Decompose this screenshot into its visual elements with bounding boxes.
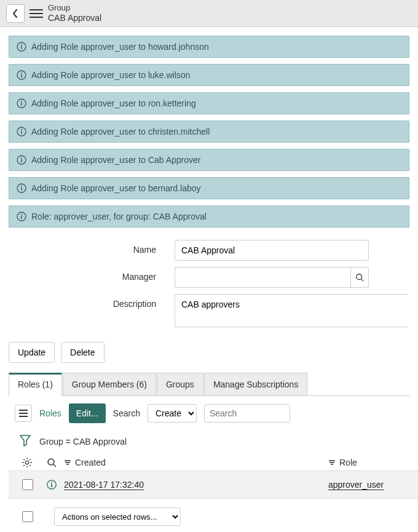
tab-roles[interactable]: Roles (1) — [9, 373, 62, 395]
role-link[interactable]: approver_user — [328, 480, 384, 490]
description-label: Description — [9, 294, 175, 309]
created-link[interactable]: 2021-08-17 17:32:40 — [64, 480, 144, 490]
personalize-list-button[interactable] — [15, 457, 39, 468]
row-preview-button[interactable] — [39, 479, 64, 490]
delete-button[interactable]: Delete — [61, 342, 104, 363]
svg-point-16 — [21, 186, 22, 187]
svg-point-4 — [21, 73, 22, 74]
svg-rect-11 — [21, 131, 22, 134]
search-field-select[interactable]: Created — [148, 404, 197, 423]
edit-button[interactable]: Edit... — [69, 403, 106, 423]
svg-point-10 — [21, 129, 22, 130]
bulk-actions-select[interactable]: Actions on selected rows... — [54, 507, 181, 526]
manager-field[interactable] — [175, 267, 350, 288]
info-message: Adding Role approver_user to howard.john… — [9, 36, 409, 58]
name-label: Name — [9, 240, 175, 255]
table-header: Created Role — [9, 455, 418, 471]
info-message: Adding Role approver_user to luke.wilson — [9, 64, 409, 86]
info-message-text: Adding Role approver_user to Cab Approve… — [31, 155, 201, 165]
info-icon — [17, 212, 26, 221]
svg-rect-34 — [51, 484, 52, 487]
table-row: 2021-08-17 17:32:40 approver_user — [9, 471, 418, 499]
list-footer: Actions on selected rows... — [9, 499, 418, 532]
tab-groups[interactable]: Groups — [157, 373, 203, 395]
svg-point-1 — [21, 44, 22, 46]
svg-point-13 — [21, 157, 22, 159]
info-messages: Adding Role approver_user to howard.john… — [0, 27, 418, 228]
info-icon — [17, 183, 26, 193]
chevron-left-icon — [12, 9, 18, 18]
svg-rect-2 — [21, 46, 22, 49]
column-header-role[interactable]: Role — [328, 458, 412, 467]
sort-icon — [328, 458, 336, 467]
svg-rect-5 — [21, 74, 22, 77]
info-message-text: Adding Role approver_user to ron.ketteri… — [31, 98, 196, 108]
context-menu-button[interactable] — [30, 7, 43, 20]
search-icon — [47, 458, 57, 467]
svg-rect-17 — [21, 188, 22, 191]
name-field[interactable] — [175, 240, 369, 261]
record-type-label: Group — [48, 3, 101, 13]
info-icon — [17, 127, 26, 137]
gear-icon — [22, 457, 33, 468]
tab-manage-subscriptions[interactable]: Manage Subscriptions — [204, 373, 308, 395]
description-field[interactable] — [175, 294, 408, 327]
svg-point-33 — [51, 482, 52, 483]
info-message: Role: approver_user, for group: CAB Appr… — [9, 205, 409, 228]
svg-point-23 — [25, 461, 28, 464]
svg-rect-8 — [21, 103, 22, 106]
info-message-text: Role: approver_user, for group: CAB Appr… — [31, 212, 207, 221]
search-input[interactable] — [204, 404, 290, 423]
column-label: Created — [75, 458, 106, 467]
info-message-text: Adding Role approver_user to christen.mi… — [31, 127, 210, 137]
manager-lookup-button[interactable] — [350, 267, 369, 288]
column-header-created[interactable]: Created — [64, 458, 328, 467]
related-lists-tabs: Roles (1) Group Members (6) Groups Manag… — [9, 373, 409, 396]
update-button[interactable]: Update — [9, 342, 55, 363]
back-button[interactable] — [6, 4, 25, 23]
svg-line-25 — [53, 464, 56, 467]
info-icon — [17, 98, 26, 108]
select-all-checkbox[interactable] — [22, 511, 33, 522]
filter-icon[interactable] — [20, 434, 31, 448]
svg-line-22 — [361, 279, 364, 282]
manager-label: Manager — [9, 267, 175, 282]
info-message: Adding Role approver_user to Cab Approve… — [9, 149, 409, 171]
filter-breadcrumb: Group = CAB Approval — [9, 431, 418, 455]
svg-point-19 — [21, 214, 22, 215]
info-message-text: Adding Role approver_user to luke.wilson — [31, 70, 190, 80]
svg-point-7 — [21, 101, 22, 102]
search-row-toggle[interactable] — [39, 458, 64, 467]
svg-rect-20 — [21, 216, 22, 219]
column-label: Role — [339, 458, 357, 467]
svg-point-24 — [48, 459, 54, 465]
svg-point-21 — [357, 274, 362, 280]
list-menu-button[interactable] — [15, 405, 32, 422]
info-message-text: Adding Role approver_user to howard.john… — [31, 42, 209, 52]
search-label: Search — [113, 408, 140, 418]
form: Name Manager Description — [0, 234, 418, 342]
list-title-link[interactable]: Roles — [39, 408, 61, 418]
info-icon — [17, 42, 26, 52]
record-title: CAB Approval — [48, 13, 101, 23]
page-header: Group CAB Approval — [0, 0, 418, 27]
tab-group-members[interactable]: Group Members (6) — [63, 373, 156, 395]
info-icon — [46, 479, 57, 490]
info-message: Adding Role approver_user to ron.ketteri… — [9, 92, 409, 114]
search-icon — [355, 273, 364, 282]
row-select-checkbox[interactable] — [22, 479, 33, 490]
info-message: Adding Role approver_user to christen.mi… — [9, 121, 409, 143]
info-message: Adding Role approver_user to bernard.lab… — [9, 177, 409, 199]
filter-text[interactable]: Group = CAB Approval — [39, 437, 127, 447]
info-icon — [17, 155, 26, 165]
sort-icon — [64, 458, 71, 467]
svg-rect-14 — [21, 159, 22, 162]
list-toolbar: Roles Edit... Search Created — [9, 396, 418, 431]
info-icon — [17, 70, 26, 80]
info-message-text: Adding Role approver_user to bernard.lab… — [31, 183, 201, 193]
